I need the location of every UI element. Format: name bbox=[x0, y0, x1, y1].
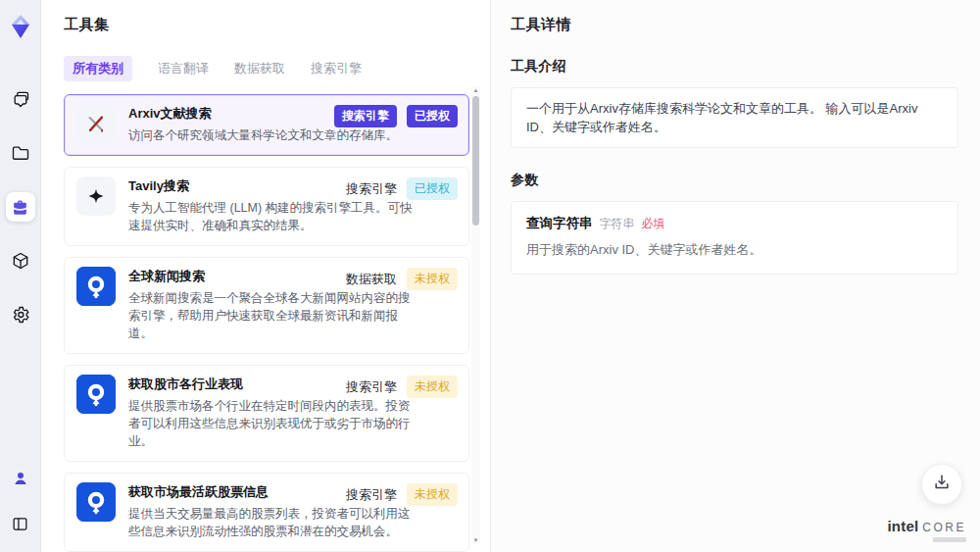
app-window: 工具集 所有类别语言翻译数据获取搜索引擎 Arxiv文献搜索 访问各个研究领域大… bbox=[0, 0, 980, 552]
tool-card[interactable]: Tavily搜索 专为人工智能代理 (LLM) 构建的搜索引擎工具。可快速提供实… bbox=[64, 167, 469, 246]
tool-category-label: 搜索引擎 bbox=[346, 486, 397, 504]
tab-0[interactable]: 所有类别 bbox=[64, 56, 132, 81]
tool-description: 访问各个研究领域大量科学论文和文章的存储库。 bbox=[128, 126, 418, 144]
panel-icon bbox=[11, 515, 29, 533]
news-blue-icon bbox=[76, 375, 116, 414]
news-blue-icon bbox=[76, 482, 116, 522]
arxiv-icon bbox=[76, 104, 116, 143]
intro-heading: 工具介绍 bbox=[511, 58, 958, 75]
scrollbar[interactable]: ▲ ▼ bbox=[471, 86, 480, 544]
params-heading: 参数 bbox=[511, 172, 958, 189]
tools-panel: 工具集 所有类别语言翻译数据获取搜索引擎 Arxiv文献搜索 访问各个研究领域大… bbox=[41, 0, 490, 552]
tool-list: Arxiv文献搜索 访问各个研究领域大量科学论文和文章的存储库。 搜索引擎 已授… bbox=[64, 94, 469, 552]
tool-category-label: 搜索引擎 bbox=[334, 105, 397, 127]
tool-card[interactable]: 全球新闻搜索 全球新闻搜索是一个聚合全球各大新闻网站内容的搜索引擎，帮助用户快速… bbox=[64, 257, 469, 354]
tool-description: 专为人工智能代理 (LLM) 构建的搜索引擎工具。可快速提供实时、准确和真实的结… bbox=[128, 199, 418, 234]
tool-detail-panel: 工具详情 工具介绍 一个用于从Arxiv存储库搜索科学论文和文章的工具。 输入可… bbox=[490, 0, 980, 552]
param-name: 查询字符串 bbox=[526, 215, 593, 232]
tab-2[interactable]: 数据获取 bbox=[234, 60, 285, 77]
tab-3[interactable]: 搜索引擎 bbox=[311, 60, 362, 77]
scroll-up-arrow[interactable]: ▲ bbox=[471, 86, 480, 94]
app-logo-icon bbox=[8, 14, 33, 39]
tool-category-label: 搜索引擎 bbox=[346, 378, 397, 396]
sidebar-item-settings[interactable] bbox=[6, 300, 35, 329]
param-description: 用于搜索的Arxiv ID、关键字或作者姓名。 bbox=[526, 241, 943, 259]
sidebar-item-models[interactable] bbox=[6, 246, 35, 276]
sidebar-item-chat[interactable] bbox=[6, 84, 35, 114]
person-icon bbox=[12, 470, 29, 487]
logo-sub-badge bbox=[933, 537, 966, 542]
tool-card[interactable]: Arxiv文献搜索 访问各个研究领域大量科学论文和文章的存储库。 搜索引擎 已授… bbox=[64, 94, 469, 156]
folder-icon bbox=[11, 143, 30, 163]
briefcase-icon bbox=[11, 198, 29, 217]
tool-category-label: 搜索引擎 bbox=[346, 180, 397, 198]
auth-status-badge: 未授权 bbox=[407, 483, 458, 506]
gear-icon bbox=[11, 305, 30, 325]
download-button[interactable] bbox=[921, 464, 962, 505]
auth-status-badge: 已授权 bbox=[407, 177, 458, 200]
news-blue-icon bbox=[76, 267, 116, 306]
param-type: 字符串 bbox=[600, 216, 635, 232]
page-title: 工具集 bbox=[64, 16, 490, 34]
tool-card[interactable]: 获取股市各行业表现 提供股票市场各个行业在特定时间段内的表现。投资者可以利用这些… bbox=[64, 365, 469, 462]
sidebar-item-account[interactable] bbox=[6, 464, 35, 493]
intro-text: 一个用于从Arxiv存储库搜索科学论文和文章的工具。 输入可以是Arxiv ID… bbox=[511, 87, 958, 148]
tool-card[interactable]: 获取市场最活跃股票信息 提供当天交易量最高的股票列表，投资者可以利用这些信息来识… bbox=[64, 473, 469, 552]
auth-status-badge: 未授权 bbox=[407, 268, 458, 290]
detail-title: 工具详情 bbox=[511, 16, 958, 34]
tool-description: 提供股票市场各个行业在特定时间段内的表现。投资者可以利用这些信息来识别表现优于或… bbox=[128, 397, 418, 450]
tavily-icon bbox=[76, 176, 116, 216]
tool-description: 提供当天交易量最高的股票列表，投资者可以利用这些信息来识别流动性强的股票和潜在的… bbox=[128, 505, 418, 540]
tool-description: 全球新闻搜索是一个聚合全球各大新闻网站内容的搜索引擎，帮助用户快速获取全球最新资… bbox=[128, 289, 418, 342]
sidebar-item-folder[interactable] bbox=[6, 138, 35, 168]
param-required-badge: 必填 bbox=[642, 216, 665, 232]
sidebar-item-panel-toggle[interactable] bbox=[6, 509, 35, 538]
auth-status-badge: 未授权 bbox=[407, 376, 458, 398]
intel-wordmark: intel bbox=[887, 520, 918, 533]
chat-icon bbox=[11, 89, 30, 109]
core-wordmark: core bbox=[922, 521, 966, 534]
scroll-down-arrow[interactable]: ▼ bbox=[471, 536, 480, 544]
tab-1[interactable]: 语言翻译 bbox=[158, 60, 209, 77]
sidebar-item-tools[interactable] bbox=[6, 192, 35, 222]
left-rail bbox=[0, 0, 41, 552]
param-card: 查询字符串 字符串 必填 用于搜索的Arxiv ID、关键字或作者姓名。 bbox=[511, 201, 958, 275]
auth-status-badge: 已授权 bbox=[407, 105, 458, 127]
cube-icon bbox=[11, 251, 30, 271]
tool-category-label: 数据获取 bbox=[346, 271, 397, 288]
intel-core-logo: intel core bbox=[887, 520, 966, 542]
category-tabs: 所有类别语言翻译数据获取搜索引擎 bbox=[64, 56, 490, 81]
scrollbar-thumb[interactable] bbox=[472, 96, 479, 226]
download-icon bbox=[932, 473, 952, 496]
